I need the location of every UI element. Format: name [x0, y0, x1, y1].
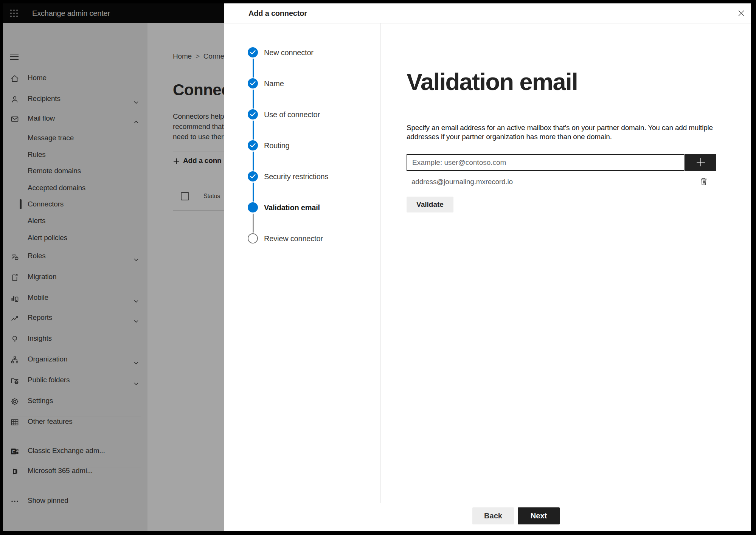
- step-connector-line: [253, 214, 254, 233]
- step-connector-line: [253, 59, 254, 78]
- steps-content-divider: [380, 23, 381, 503]
- step-completed-check-icon: [248, 78, 258, 88]
- added-email-row: address@journaling.mxrecord.io: [407, 174, 717, 190]
- wizard-step-name[interactable]: Name: [224, 76, 376, 91]
- step-description: Specify an email address for an active m…: [407, 123, 717, 141]
- app-window: Exchange admin center Home Recipients Ma…: [3, 3, 751, 531]
- add-connector-dialog: Add a connector New connector Name U: [224, 3, 751, 531]
- email-row-divider: [407, 193, 717, 193]
- wizard-steps: New connector Name Use of connector Rout…: [224, 23, 380, 503]
- step-connector-line: [253, 121, 254, 140]
- wizard-step-validation-email[interactable]: Validation email: [224, 200, 376, 215]
- wizard-step-new-connector[interactable]: New connector: [224, 45, 376, 60]
- dialog-header: Add a connector: [224, 3, 751, 23]
- back-button[interactable]: Back: [472, 507, 514, 524]
- step-completed-check-icon: [248, 140, 258, 150]
- trash-icon[interactable]: [697, 175, 710, 188]
- validate-button[interactable]: Validate: [407, 197, 453, 212]
- footer-divider: [224, 503, 751, 503]
- step-completed-check-icon: [248, 171, 258, 181]
- close-icon[interactable]: [735, 8, 747, 20]
- wizard-step-use-of-connector[interactable]: Use of connector: [224, 107, 376, 122]
- step-heading: Validation email: [407, 68, 577, 95]
- step-connector-line: [253, 152, 254, 171]
- added-email-address: address@journaling.mxrecord.io: [411, 174, 513, 190]
- validation-email-input[interactable]: [407, 154, 685, 171]
- step-completed-check-icon: [248, 109, 258, 119]
- dialog-title: Add a connector: [248, 3, 307, 23]
- wizard-step-review-connector[interactable]: Review connector: [224, 231, 376, 246]
- wizard-step-security-restrictions[interactable]: Security restrictions: [224, 169, 376, 184]
- step-completed-check-icon: [248, 47, 258, 57]
- next-button[interactable]: Next: [518, 507, 560, 524]
- plus-icon: [695, 157, 706, 167]
- step-connector-line: [253, 183, 254, 202]
- add-email-button[interactable]: [685, 154, 716, 171]
- step-current-circle-icon: [248, 202, 258, 212]
- screenshot-frame: Exchange admin center Home Recipients Ma…: [0, 0, 756, 535]
- step-connector-line: [253, 90, 254, 109]
- wizard-step-routing[interactable]: Routing: [224, 138, 376, 153]
- step-upcoming-circle-icon: [248, 233, 258, 243]
